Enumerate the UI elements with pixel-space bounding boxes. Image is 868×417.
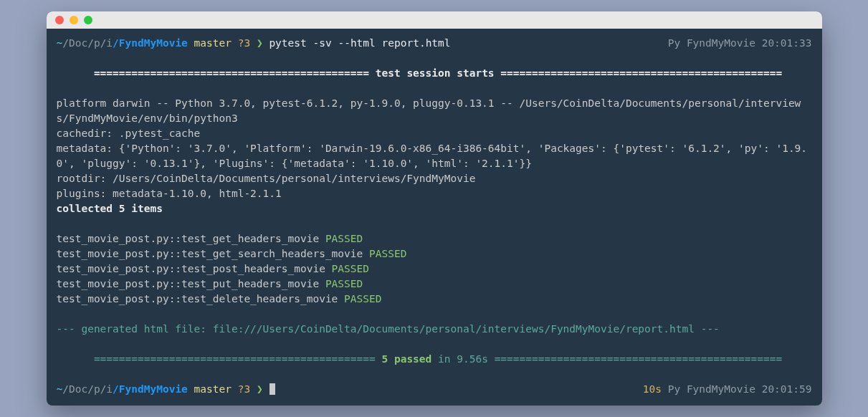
prompt-arrow-icon: ❯ xyxy=(257,37,263,49)
test-result-line: test_movie_post.py::test_delete_headers_… xyxy=(57,292,812,307)
terminal-body[interactable]: ~/Doc/p/i/FyndMyMovie master ?3 ❯ pytest… xyxy=(47,29,822,406)
summary-eq-left: ========================================… xyxy=(94,353,376,365)
maximize-icon[interactable] xyxy=(84,16,92,24)
prompt-branch: master xyxy=(194,37,232,49)
platform-line: platform darwin -- Python 3.7.0, pytest-… xyxy=(57,96,812,126)
prompt-path-a: /Doc xyxy=(62,37,87,49)
prompt-arrow-icon: ❯ xyxy=(257,383,263,395)
test-status: PASSED xyxy=(325,233,363,244)
prompt-path-b: /p xyxy=(87,37,100,49)
test-result-line: test_movie_post.py::test_get_search_head… xyxy=(57,246,812,262)
summary-time: 9.56s xyxy=(457,353,494,365)
test-result-line: test_movie_post.py::test_get_headers_mov… xyxy=(57,231,812,246)
prompt-command: pytest -sv --html report.html xyxy=(269,37,450,49)
close-icon[interactable] xyxy=(55,16,64,24)
test-result-line: test_movie_post.py::test_post_headers_mo… xyxy=(57,262,812,277)
summary-line: ========================================… xyxy=(57,337,812,382)
blank-line xyxy=(57,216,812,231)
test-result-line: test_movie_post.py::test_put_headers_mov… xyxy=(57,277,812,292)
header-eq-left: ========================================… xyxy=(94,67,369,79)
prompt-branch: master xyxy=(194,383,232,395)
collected-line: collected 5 items xyxy=(57,201,812,216)
prompt-duration: 10s xyxy=(643,383,662,395)
prompt-path-a: /Doc xyxy=(62,383,87,395)
prompt-time: 20:01:33 xyxy=(762,37,812,49)
terminal-window: ~/Doc/p/i/FyndMyMovie master ?3 ❯ pytest… xyxy=(47,11,822,406)
cursor-icon xyxy=(270,383,275,395)
prompt-dir: /FyndMyMovie xyxy=(113,383,188,395)
prompt-tilde: ~ xyxy=(57,383,63,395)
test-name: test_movie_post.py::test_put_headers_mov… xyxy=(57,278,325,289)
generated-line: --- generated html file: file:///Users/C… xyxy=(57,322,812,337)
test-status: PASSED xyxy=(369,248,406,259)
summary-in: in xyxy=(431,353,457,365)
test-name: test_movie_post.py::test_get_headers_mov… xyxy=(57,233,325,244)
prompt-proj: FyndMyMovie xyxy=(687,37,755,49)
prompt-proj: FyndMyMovie xyxy=(687,383,755,395)
rootdir-line: rootdir: /Users/CoinDelta/Documents/pers… xyxy=(57,171,812,186)
prompt-path-c: /i xyxy=(100,37,113,49)
prompt-path-b: /p xyxy=(87,383,100,395)
prompt-line-1: ~/Doc/p/i/FyndMyMovie master ?3 ❯ pytest… xyxy=(57,36,812,51)
header-title: test session starts xyxy=(369,67,500,79)
session-header: ========================================… xyxy=(57,51,812,96)
test-name: test_movie_post.py::test_get_search_head… xyxy=(57,248,370,259)
prompt-line-2: ~/Doc/p/i/FyndMyMovie master ?3 ❯ 10s Py… xyxy=(57,382,812,397)
test-name: test_movie_post.py::test_post_headers_mo… xyxy=(57,263,332,274)
prompt-dirty: ?3 xyxy=(238,37,250,49)
prompt-time: 20:01:59 xyxy=(762,383,812,395)
prompt-tilde: ~ xyxy=(57,37,63,49)
plugins-line: plugins: metadata-1.10.0, html-2.1.1 xyxy=(57,186,812,201)
minimize-icon[interactable] xyxy=(70,16,78,24)
prompt-dirty: ?3 xyxy=(238,383,250,395)
test-status: PASSED xyxy=(332,263,369,274)
summary-eq-right: ========================================… xyxy=(495,353,783,365)
prompt-env: Py xyxy=(668,37,680,49)
blank-line xyxy=(57,307,812,322)
metadata-line: metadata: {'Python': '3.7.0', 'Platform'… xyxy=(57,141,812,171)
header-eq-right: ========================================… xyxy=(500,67,782,79)
prompt-path-c: /i xyxy=(100,383,113,395)
test-status: PASSED xyxy=(344,293,381,305)
test-name: test_movie_post.py::test_delete_headers_… xyxy=(57,293,345,305)
summary-passed: 5 passed xyxy=(376,353,432,365)
test-status: PASSED xyxy=(325,278,363,289)
prompt-env: Py xyxy=(668,383,680,395)
window-titlebar xyxy=(47,11,822,29)
prompt-dir: /FyndMyMovie xyxy=(113,37,188,49)
cachedir-line: cachedir: .pytest_cache xyxy=(57,126,812,141)
